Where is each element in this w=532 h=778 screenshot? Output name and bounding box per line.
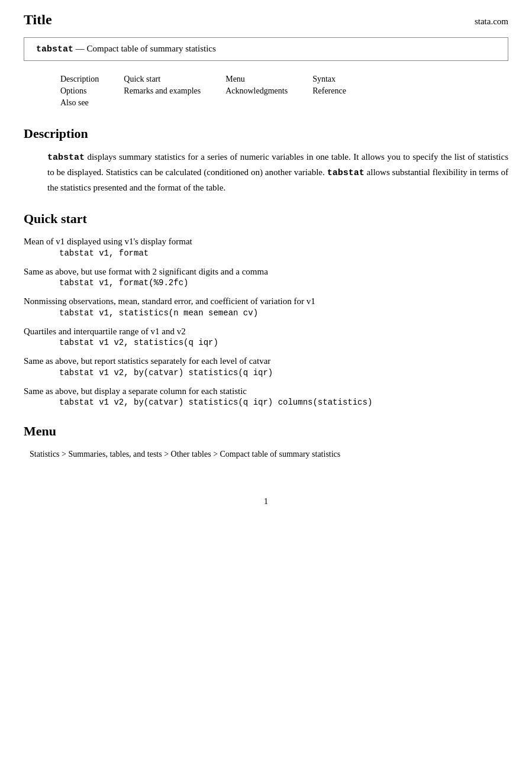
nav-menu[interactable]: Menu [225,75,245,83]
quickstart-code-4: tabstat v1 v2, statistics(q iqr) [59,338,508,347]
nav-options[interactable]: Options [60,86,86,95]
quickstart-item-5: Same as above, but report statistics sep… [24,354,508,377]
nav-reference[interactable]: Reference [312,86,346,95]
description-cmd-tabstat2: tabstat [327,168,365,178]
page-number: 1 [264,497,268,506]
quickstart-code-5: tabstat v1 v2, by(catvar) statistics(q i… [59,368,508,377]
menu-section: Menu Statistics > Summaries, tables, and… [24,424,508,461]
title-box-separator: — [73,44,87,53]
description-section: Description tabstat displays summary sta… [24,126,508,195]
nav-row-2: Options Remarks and examples Acknowledgm… [60,86,370,96]
nav-remarks[interactable]: Remarks and examples [124,86,201,95]
stata-com-label: stata.com [475,17,508,27]
nav-description[interactable]: Description [60,75,99,83]
nav-quick-start[interactable]: Quick start [124,75,160,83]
quickstart-desc-2: Same as above, but use format with 2 sig… [24,267,268,276]
quickstart-item-4: Quartiles and interquartile range of v1 … [24,325,508,348]
title-box-description: Compact table of summary statistics [87,44,216,53]
quickstart-desc-1: Mean of v1 displayed using v1's display … [24,237,192,246]
description-heading: Description [24,126,508,141]
nav-row-1: Description Quick start Menu Syntax [60,74,370,85]
nav-also-see[interactable]: Also see [60,98,89,107]
menu-path: Statistics > Summaries, tables, and test… [30,447,508,461]
description-paragraph: tabstat displays summary statistics for … [24,150,508,195]
quickstart-item-2: Same as above, but use format with 2 sig… [24,265,508,288]
quickstart-code-2: tabstat v1, format(%9.2fc) [59,278,508,288]
nav-row-3: Also see [60,98,370,108]
title-box-command: tabstat [36,44,73,54]
quickstart-code-3: tabstat v1, statistics(n mean semean cv) [59,308,508,318]
quickstart-item-3: Nonmissing observations, mean, standard … [24,295,508,318]
quickstart-item-1: Mean of v1 displayed using v1's display … [24,235,508,258]
description-cmd-tabstat1: tabstat [47,153,85,163]
nav-table: Description Quick start Menu Syntax Opti… [59,73,371,109]
quickstart-heading: Quick start [24,211,508,227]
menu-heading: Menu [24,424,508,439]
nav-acknowledgments[interactable]: Acknowledgments [225,86,288,95]
quickstart-code-6: tabstat v1 v2, by(catvar) statistics(q i… [59,398,508,407]
quickstart-item-6: Same as above, but display a separate co… [24,385,508,408]
nav-syntax[interactable]: Syntax [312,75,336,83]
quickstart-section: Quick start Mean of v1 displayed using v… [24,211,508,407]
quickstart-desc-3: Nonmissing observations, mean, standard … [24,296,315,306]
quickstart-code-1: tabstat v1, format [59,248,508,258]
quickstart-desc-5: Same as above, but report statistics sep… [24,356,270,366]
page-header: Title stata.com [24,12,508,28]
page-title: Title [24,12,52,28]
page-footer: 1 [24,497,508,506]
title-box: tabstat — Compact table of summary stati… [24,37,508,61]
quickstart-desc-6: Same as above, but display a separate co… [24,386,247,396]
quickstart-desc-4: Quartiles and interquartile range of v1 … [24,327,186,336]
